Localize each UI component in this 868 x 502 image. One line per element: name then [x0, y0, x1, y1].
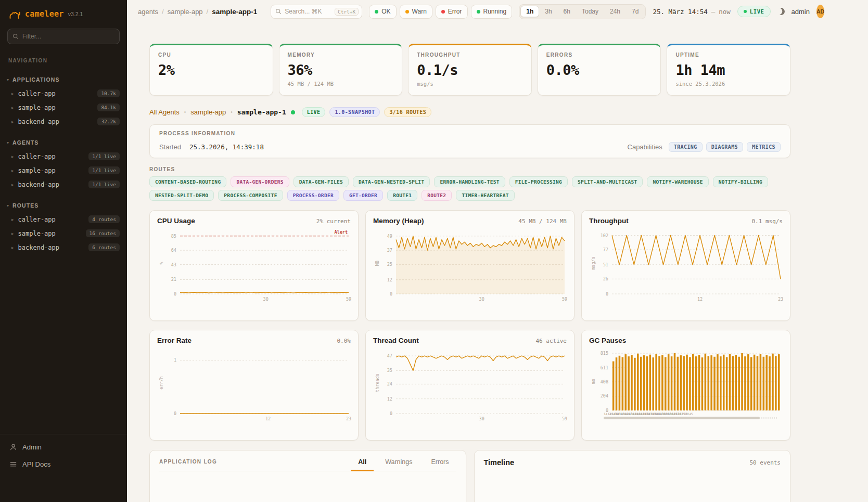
sidebar-item-routes-backend-app[interactable]: ▸backend-app6 routes: [0, 240, 127, 254]
svg-text:0: 0: [390, 411, 392, 416]
time-range-6h[interactable]: 6h: [558, 6, 576, 17]
sidebar-item-admin[interactable]: Admin: [0, 439, 127, 456]
time-range-3h[interactable]: 3h: [539, 6, 557, 17]
time-range-today[interactable]: Today: [576, 6, 604, 17]
route-chip-file-processing[interactable]: FILE-PROCESSING: [509, 176, 568, 187]
nav-item-badge: 1/1 live: [88, 181, 120, 188]
svg-text:1: 1: [174, 357, 176, 363]
route-chip-data-gen-files[interactable]: DATA-GEN-FILES: [293, 176, 349, 187]
dark-mode-toggle[interactable]: [777, 5, 785, 18]
stat-label: CPU: [158, 52, 264, 58]
stat-card-uptime: UPTIME1h 14msince 25.3.2026: [667, 44, 790, 96]
route-chip-process-order[interactable]: PROCESS-ORDER: [287, 190, 339, 201]
agent-crumb-application[interactable]: sample-app: [190, 108, 226, 116]
route-chip-process-composite[interactable]: PROCESS-COMPOSITE: [218, 190, 283, 201]
footer-item-label: API Docs: [22, 460, 50, 468]
route-chip-data-gen-orders[interactable]: DATA-GEN-ORDERS: [231, 176, 289, 187]
breadcrumb-separator: /: [207, 8, 209, 16]
nav-section-applications: ▾APPLICATIONS▸caller-app10.7k▸sample-app…: [0, 73, 127, 128]
route-chip-error-handling-test[interactable]: ERROR-HANDLING-TEST: [434, 176, 505, 187]
nav-section-header-routes[interactable]: ▾ROUTES: [0, 199, 127, 212]
capability-chip-metrics: METRICS: [747, 142, 781, 152]
chart-header: Throughput0.1 msg/s: [589, 217, 783, 225]
main-area: agents / sample-app / sample-app-1 Ctrl+…: [127, 0, 868, 502]
route-chip-notify-warehouse[interactable]: NOTIFY-WAREHOUSE: [647, 176, 708, 187]
stat-card-memory: MEMORY36%45 MB / 124 MB: [279, 44, 403, 96]
live-indicator[interactable]: LIVE: [737, 6, 771, 17]
filter-input[interactable]: [22, 33, 114, 40]
sidebar-item-applications-sample-app[interactable]: ▸sample-app84.1k: [0, 100, 127, 114]
svg-text:204: 204: [601, 393, 608, 398]
agent-crumb-separator: •: [184, 109, 186, 115]
main-content: CPU2%MEMORY36%45 MB / 124 MBTHROUGHPUT0.…: [127, 23, 868, 502]
svg-text:30: 30: [263, 297, 269, 302]
capability-chip-diagrams: DIAGRAMS: [706, 142, 743, 152]
user-menu[interactable]: admin: [792, 8, 810, 16]
sidebar-item-routes-sample-app[interactable]: ▸sample-app16 routes: [0, 226, 127, 240]
avatar[interactable]: AD: [816, 5, 824, 18]
route-chip-timer-heartbeat[interactable]: TIMER-HEARTBEAT: [456, 190, 514, 201]
log-tab-all[interactable]: All: [351, 458, 374, 471]
stat-value: 2%: [158, 62, 264, 78]
svg-text:49: 49: [387, 234, 392, 239]
nav-item-label: backend-app: [18, 118, 59, 125]
moon-icon: [776, 7, 785, 16]
route-chip-route2[interactable]: ROUTE2: [422, 190, 452, 201]
status-filter-error[interactable]: Error: [436, 5, 468, 19]
sidebar-item-routes-caller-app[interactable]: ▸caller-app4 routes: [0, 212, 127, 226]
svg-text:47: 47: [387, 353, 392, 358]
stat-value: 0.1/s: [417, 62, 523, 78]
datetime-separator: —: [711, 8, 716, 16]
svg-text:Alert: Alert: [334, 229, 348, 235]
nav-item-label: backend-app: [18, 244, 59, 251]
sidebar-item-agents-backend-app[interactable]: ▸backend-app1/1 live: [0, 177, 127, 191]
sidebar-item-agents-caller-app[interactable]: ▸caller-app1/1 live: [0, 149, 127, 163]
svg-text:ms: ms: [591, 379, 596, 384]
agent-crumb-all-agents[interactable]: All Agents: [149, 108, 180, 116]
time-range-24h[interactable]: 24h: [604, 6, 626, 17]
breadcrumb-agents[interactable]: agents: [138, 8, 158, 16]
time-range-7d[interactable]: 7d: [626, 6, 644, 17]
route-chip-get-order[interactable]: GET-ORDER: [343, 190, 383, 201]
nav-item-label: sample-app: [18, 167, 56, 174]
search-box[interactable]: Ctrl+K: [271, 5, 362, 19]
nav-item-badge: 10.7k: [97, 89, 120, 97]
time-range-1h[interactable]: 1h: [520, 6, 539, 17]
chart-error-rate: Error Rate0.0%01err/h1223: [149, 330, 359, 441]
status-filter-running[interactable]: Running: [471, 5, 513, 19]
started-label: Started: [159, 143, 181, 151]
sidebar-item-applications-backend-app[interactable]: ▸backend-app32.2k: [0, 114, 127, 128]
sidebar-item-api-docs[interactable]: API Docs: [0, 456, 127, 473]
route-chip-content-based-routing[interactable]: CONTENT-BASED-ROUTING: [149, 176, 226, 187]
svg-text:43: 43: [171, 262, 176, 267]
log-tab-errors[interactable]: Errors: [424, 458, 456, 471]
chart-thread-count: Thread Count46 active012243547threads305…: [365, 330, 575, 441]
svg-text:24: 24: [387, 381, 392, 387]
nav-item-badge: 32.2k: [97, 118, 120, 125]
route-chip-notify-billing[interactable]: NOTIFY-BILLING: [713, 176, 768, 187]
nav-section-header-agents[interactable]: ▾AGENTS: [0, 136, 127, 149]
search-input[interactable]: [285, 8, 331, 15]
status-filter-warn[interactable]: Warn: [400, 5, 432, 19]
sidebar-item-applications-caller-app[interactable]: ▸caller-app10.7k: [0, 86, 127, 100]
datetime-display[interactable]: 25. März 14:54 — now: [653, 8, 730, 16]
breadcrumb-sample-app[interactable]: sample-app: [168, 8, 203, 16]
log-tab-warnings[interactable]: Warnings: [378, 458, 419, 471]
route-chip-route1[interactable]: ROUTE1: [387, 190, 417, 201]
route-chip-nested-split-demo[interactable]: NESTED-SPLIT-DEMO: [149, 190, 214, 201]
svg-text:12: 12: [265, 416, 271, 421]
sidebar-item-agents-sample-app[interactable]: ▸sample-app1/1 live: [0, 163, 127, 177]
app-logo[interactable]: cameleer v3.2.1: [0, 0, 127, 24]
route-chip-split-and-multicast[interactable]: SPLIT-AND-MULTICAST: [572, 176, 643, 187]
datetime-value: 25. März 14:54: [653, 8, 707, 16]
sidebar-filter: [7, 29, 120, 44]
svg-text:77: 77: [603, 247, 608, 252]
chevron-right-icon: ▸: [11, 154, 14, 159]
route-chip-data-gen-nested-split[interactable]: DATA-GEN-NESTED-SPLIT: [353, 176, 430, 187]
status-filter-ok[interactable]: OK: [369, 5, 396, 19]
nav-section-header-applications[interactable]: ▾APPLICATIONS: [0, 73, 127, 86]
stat-card-errors: ERRORS0.0%: [538, 44, 661, 96]
svg-text:12: 12: [387, 396, 392, 402]
nav-item-badge: 1/1 live: [88, 166, 120, 174]
svg-text:%: %: [159, 262, 164, 264]
